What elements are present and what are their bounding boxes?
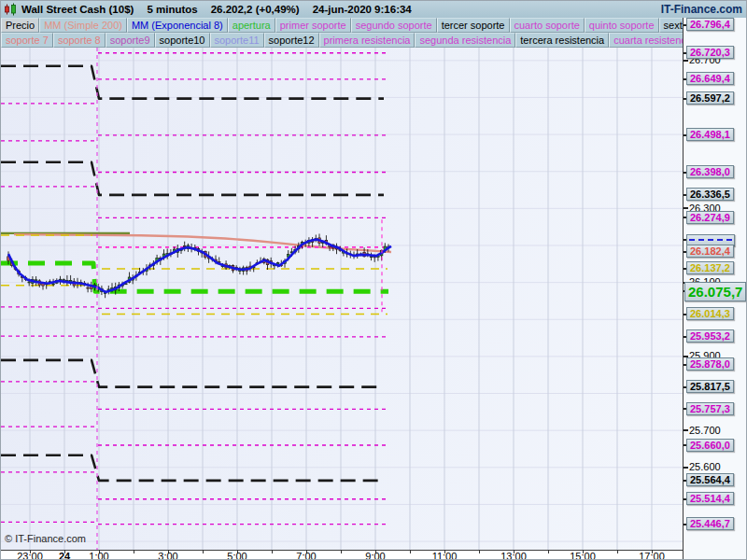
candle-body (28, 282, 31, 283)
timeframe-label: 5 minutos (147, 4, 197, 15)
legend-row-2: soporte 7soporte 8soporte9soporte10sopor… (1, 33, 683, 48)
last-quote: 26.202,2 (+0,49%) (211, 4, 300, 15)
legend-item-2-9[interactable]: cuarta resistencia (609, 33, 683, 48)
price-label: 26.720,3 (686, 46, 734, 59)
price-label: 25.514,4 (686, 492, 734, 505)
candle-body (52, 284, 55, 285)
price-label: 25.953,2 (686, 329, 734, 343)
price-label: 26.597,2 (686, 91, 734, 105)
chart-toolbar: Wall Street Cash (10$) 5 minutos 26.202,… (1, 1, 747, 18)
time-tick (134, 550, 134, 553)
price-label: 26.649,4 (686, 72, 734, 85)
price-label: 26.498,1 (686, 128, 734, 141)
time-tick (341, 550, 342, 553)
legend-row-1: PrecioMM (Simple 200)MM (Exponencial 8)a… (1, 18, 683, 33)
price-label: 26.137,2 (686, 261, 734, 274)
legend-item-2-0[interactable]: soporte 7 (1, 33, 53, 48)
time-tick (203, 550, 204, 553)
price-label: 26.075,7 (684, 282, 746, 301)
candlestick-icon (4, 3, 17, 16)
time-label: 7:00 (296, 551, 316, 560)
legend-item-2-5[interactable]: soporte12 (264, 33, 319, 48)
time-label: 11:00 (432, 551, 458, 560)
price-axis[interactable]: 26.70026.30026.10025.90025.70025.60026.7… (683, 18, 747, 560)
time-label: 24 (59, 551, 70, 560)
price-tick (684, 467, 688, 469)
legend-item-1-2[interactable]: MM (Exponencial 8) (127, 18, 228, 33)
price-label: 25.878,0 (686, 357, 734, 371)
legend-item-2-8[interactable]: tercera resistencia (515, 33, 609, 48)
legend-item-1-3[interactable]: apertura (228, 18, 275, 33)
candle-body (87, 287, 90, 288)
price-label: 25.700 (689, 425, 721, 436)
time-tick (410, 550, 411, 553)
pivot-black (1, 66, 384, 99)
chart-window: Wall Street Cash (10$) 5 minutos 26.202,… (0, 0, 747, 560)
legend-item-2-2[interactable]: soporte9 (106, 33, 155, 48)
price-label: 26.336,5 (686, 188, 734, 201)
time-axis[interactable]: 23:00241:003:005:007:009:0011:0013:0015:… (1, 550, 683, 560)
legend-item-1-6[interactable]: tercer soporte (437, 18, 510, 33)
legend-item-2-7[interactable]: segunda resistencia (415, 33, 515, 48)
time-tick (617, 550, 618, 553)
apertura-line (1, 263, 388, 291)
legend-item-2-3[interactable]: soporte10 (155, 33, 210, 48)
legend-item-1-4[interactable]: primer soporte (275, 18, 351, 33)
price-label: 26.274,9 (686, 211, 734, 224)
price-label: 25.564,4 (686, 473, 734, 486)
pivot-black (1, 360, 384, 387)
time-label: 17:00 (639, 551, 665, 560)
price-label: 26.796,4 (686, 18, 734, 31)
brand-logo[interactable]: IT-Finance.com (661, 3, 742, 16)
price-label: 26.398,0 (686, 165, 734, 178)
time-tick (272, 550, 273, 553)
price-label: 25.817,5 (686, 380, 734, 393)
time-label: 1:00 (89, 551, 108, 560)
time-label: 13:00 (500, 551, 527, 560)
chart-plot-area[interactable]: © IT-Finance.com (1, 48, 683, 550)
price-label: 25.757,3 (686, 402, 734, 415)
price-label: 25.660,0 (686, 439, 734, 452)
price-tick (684, 60, 688, 62)
legend-item-2-6[interactable]: primera resistencia (319, 33, 416, 48)
legend-item-1-5[interactable]: segundo soporte (351, 18, 437, 33)
legend-item-1-1[interactable]: MM (Simple 200) (39, 18, 127, 33)
time-tick (479, 550, 480, 553)
price-label: 26.014,3 (686, 307, 734, 320)
legend-item-2-1[interactable]: soporte 8 (53, 33, 106, 48)
legend-item-1-9[interactable]: sexto soporte (659, 18, 683, 33)
price-label: 25.446,7 (686, 517, 734, 530)
price-tick (684, 207, 688, 209)
pivot-black (1, 162, 384, 195)
legend-item-1-7[interactable]: cuarto soporte (510, 18, 585, 33)
legend-item-2-4[interactable]: soporte11 (210, 33, 264, 48)
time-label: 23:00 (17, 551, 43, 560)
ema8-line (8, 240, 391, 292)
watermark: © IT-Finance.com (5, 533, 86, 544)
price-label: 25.600 (689, 461, 721, 472)
time-label: 3:00 (158, 551, 177, 560)
legend-item-1-0[interactable]: Precio (1, 18, 39, 33)
time-tick (548, 550, 549, 553)
time-label: 15:00 (570, 551, 596, 560)
time-label: 5:00 (227, 551, 247, 560)
chart-canvas[interactable] (1, 48, 683, 550)
price-tick (684, 429, 688, 431)
instrument-title: Wall Street Cash (10$) (21, 4, 134, 15)
time-label: 9:00 (365, 551, 385, 560)
price-label: 26.182,4 (686, 245, 734, 258)
legend-item-1-8[interactable]: quinto soporte (585, 18, 659, 33)
quote-datetime: 24-jun-2020 9:16:34 (313, 4, 412, 15)
